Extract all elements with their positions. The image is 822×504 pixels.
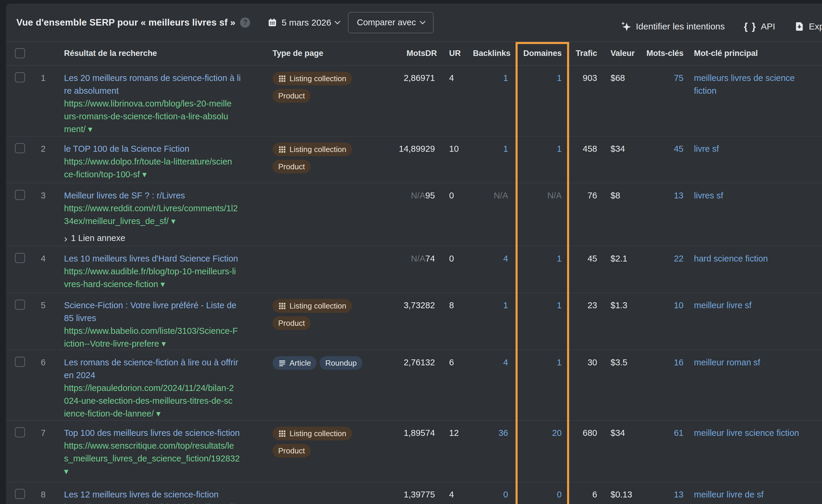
compare-with-button[interactable]: Comparer avec: [348, 12, 434, 33]
domains-link[interactable]: 1: [508, 293, 562, 350]
result-title-link[interactable]: Les 12 meilleurs livres de science-ficti…: [64, 488, 273, 501]
row-checkbox[interactable]: [15, 300, 25, 310]
result-url-link[interactable]: https://www.babelio.com/liste/3103/Scien…: [64, 325, 273, 350]
page-type-tag[interactable]: Roundup: [320, 356, 362, 370]
top-keyword-link[interactable]: livre sf: [694, 144, 719, 154]
select-all-checkbox[interactable]: [15, 48, 25, 58]
url-rating: 4: [449, 482, 473, 504]
backlinks-link: N/A: [473, 183, 508, 246]
backlinks-link[interactable]: 4: [473, 350, 508, 420]
keywords-count-link[interactable]: 13: [643, 482, 684, 504]
export-label: Exp: [809, 21, 822, 32]
export-button[interactable]: Exp: [794, 21, 822, 32]
value-amount: $0.13: [597, 482, 643, 504]
result-title-link[interactable]: Science-Fiction : Votre livre préféré - …: [64, 299, 273, 325]
col-header-result[interactable]: Résultat de la recherche: [64, 42, 273, 65]
value-amount: $34: [597, 421, 643, 482]
result-title-link[interactable]: Les romans de science-fiction à lire ou …: [64, 356, 273, 382]
api-button[interactable]: { } API: [744, 21, 775, 32]
page-type-tag[interactable]: Product: [273, 444, 311, 458]
top-keyword-link[interactable]: meilleur roman sf: [694, 358, 760, 367]
keywords-count-link[interactable]: 10: [643, 293, 684, 350]
result-url-link[interactable]: https://www.reddit.com/r/Livres/comments…: [64, 202, 273, 228]
domains-link[interactable]: 1: [508, 137, 562, 183]
backlinks-link[interactable]: 1: [473, 293, 508, 350]
result-position: 3: [34, 183, 64, 246]
url-rating: 12: [449, 421, 473, 482]
page-type-tag[interactable]: Product: [273, 160, 311, 173]
page-type-tag[interactable]: Product: [273, 316, 311, 330]
keywords-count-link[interactable]: 16: [643, 350, 684, 420]
page-type-tag[interactable]: Listing collection: [273, 299, 352, 313]
col-header-backlinks[interactable]: Backlinks: [473, 42, 508, 65]
domains-link[interactable]: 20: [508, 421, 562, 482]
col-header-domains[interactable]: Domaines: [508, 42, 562, 65]
row-checkbox[interactable]: [15, 489, 25, 499]
domains-link[interactable]: 0: [508, 482, 562, 504]
page-type-tag[interactable]: Listing collection: [273, 72, 352, 85]
col-header-ur[interactable]: UR: [449, 42, 473, 65]
domains-link[interactable]: 1: [508, 66, 562, 136]
tag-label: Listing collection: [290, 72, 346, 85]
keywords-count-link[interactable]: 75: [643, 66, 684, 136]
domains-link[interactable]: 1: [508, 246, 562, 292]
row-checkbox[interactable]: [15, 427, 25, 437]
domains-link: N/A: [508, 183, 562, 246]
top-keyword-link[interactable]: livres sf: [694, 191, 723, 200]
annex-links-toggle[interactable]: › 1 Lien annexe: [64, 232, 273, 245]
tag-label: Roundup: [325, 357, 357, 370]
page-type-tag[interactable]: Article: [273, 356, 317, 370]
result-title-link[interactable]: Les 20 meilleurs romans de science-ficti…: [64, 72, 273, 97]
identify-intents-button[interactable]: Identifier les intentions: [620, 21, 725, 32]
export-file-icon: [794, 21, 804, 32]
domains-link[interactable]: 1: [508, 350, 562, 420]
keywords-count-link[interactable]: 61: [643, 421, 684, 482]
top-keyword-link[interactable]: meilleur livre science fiction: [694, 428, 799, 438]
row-checkbox[interactable]: [15, 143, 25, 153]
traffic-value: 903: [562, 66, 597, 136]
top-keyword-link[interactable]: hard science fiction: [694, 254, 768, 263]
backlinks-link[interactable]: 1: [473, 66, 508, 136]
row-checkbox[interactable]: [15, 72, 25, 82]
row-checkbox[interactable]: [15, 253, 25, 263]
words-count: 14,899: [359, 137, 425, 183]
backlinks-link[interactable]: 1: [473, 137, 508, 183]
help-icon[interactable]: ?: [240, 18, 250, 28]
url-rating: 4: [449, 66, 473, 136]
traffic-value: 6: [562, 482, 597, 504]
result-title-link[interactable]: Meilleur livres de SF ? : r/Livres: [64, 189, 273, 202]
backlinks-link[interactable]: 36: [473, 421, 508, 482]
result-url-link[interactable]: https://www.dolpo.fr/toute-la-litteratur…: [64, 155, 273, 181]
result-title-link[interactable]: le TOP 100 de la Science Fiction: [64, 143, 273, 155]
date-picker-button[interactable]: 5 mars 2026: [268, 18, 340, 28]
result-url-link[interactable]: https://www.gqmagazine.fr/article/meille…: [64, 501, 273, 504]
result-url-link[interactable]: https://www.senscritique.com/top/resulta…: [64, 439, 273, 478]
result-url-link[interactable]: https://www.librinova.com/blog/les-20-me…: [64, 97, 273, 136]
chevron-right-icon: ›: [64, 234, 67, 243]
col-header-traffic[interactable]: Trafic: [562, 42, 597, 65]
top-keyword-link[interactable]: meilleur livre de sf: [694, 490, 764, 499]
braces-icon: { }: [744, 21, 757, 32]
col-header-page-type[interactable]: Type de page: [273, 42, 359, 65]
keywords-count-link[interactable]: 22: [643, 246, 684, 292]
result-url-link[interactable]: https://lepauledorion.com/2024/11/24/bil…: [64, 382, 273, 420]
backlinks-link[interactable]: 4: [473, 246, 508, 292]
col-header-words[interactable]: Mots: [359, 42, 425, 65]
result-url-link[interactable]: https://www.audible.fr/blog/top-10-meill…: [64, 265, 273, 291]
page-type-tag[interactable]: Listing collection: [273, 143, 352, 156]
keywords-count-link[interactable]: 45: [643, 137, 684, 183]
page-type-tag[interactable]: Listing collection: [273, 427, 352, 440]
domain-rating: 74: [425, 246, 449, 292]
row-checkbox[interactable]: [15, 357, 25, 367]
col-header-dr[interactable]: DR: [425, 42, 449, 65]
tag-label: Product: [278, 317, 305, 330]
result-title-link[interactable]: Top 100 des meilleurs livres de science-…: [64, 427, 273, 439]
keywords-count-link[interactable]: 13: [643, 183, 684, 246]
top-keyword-link[interactable]: meilleurs livres de science fiction: [694, 73, 795, 96]
top-keyword-link[interactable]: meilleur livre sf: [694, 300, 751, 310]
page-type-tag[interactable]: Product: [273, 89, 311, 103]
grid-icon: [278, 75, 286, 83]
row-checkbox[interactable]: [15, 190, 25, 200]
result-title-link[interactable]: Les 10 meilleurs livres d'Hard Science F…: [64, 252, 273, 265]
backlinks-link[interactable]: 0: [473, 482, 508, 504]
